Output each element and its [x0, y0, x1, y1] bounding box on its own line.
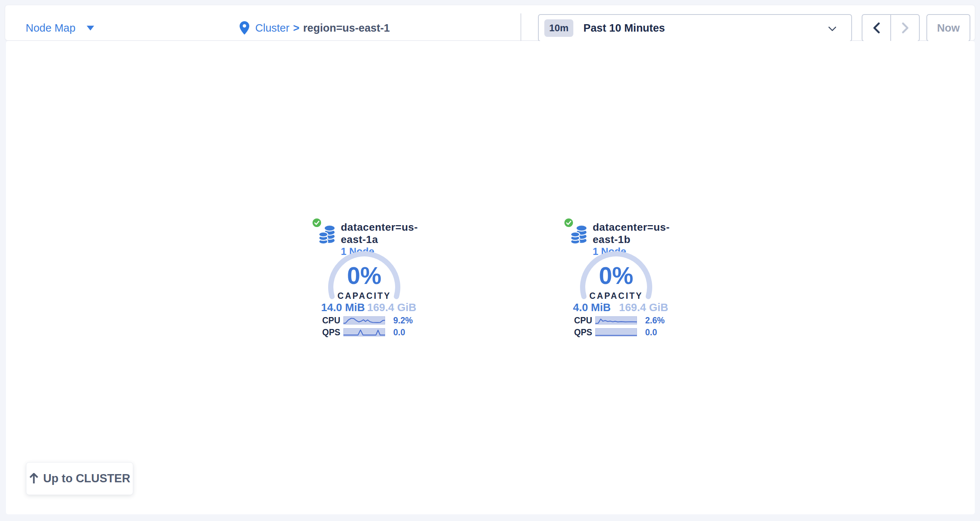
qps-label: QPS — [573, 328, 594, 338]
chevron-left-icon — [873, 22, 880, 33]
breadcrumb-current-locality: region=us-east-1 — [303, 22, 390, 34]
view-selector-dropdown[interactable]: Node Map — [25, 10, 94, 46]
capacity-label: CAPACITY — [579, 291, 653, 301]
qps-label: QPS — [321, 328, 342, 338]
header-divider — [520, 13, 521, 42]
header-bar: Node Map Cluster > region=us-east-1 10m … — [5, 5, 975, 41]
capacity-label: CAPACITY — [327, 291, 401, 301]
node-map-canvas — [6, 41, 975, 514]
capacity-percent: 0% — [579, 262, 653, 290]
time-range-label: Past 10 Minutes — [583, 22, 665, 34]
qps-metric-row: QPS 0.0 — [573, 328, 668, 337]
cpu-label: CPU — [573, 315, 594, 326]
time-next-button[interactable] — [891, 15, 919, 41]
map-pin-icon — [240, 21, 249, 35]
up-to-cluster-button[interactable]: Up to CLUSTER — [26, 462, 133, 495]
qps-metric-row: QPS 0.0 — [321, 328, 416, 337]
cpu-value: 9.2% — [393, 315, 413, 326]
time-range-select[interactable]: 10m Past 10 Minutes — [538, 14, 852, 42]
breadcrumb: Cluster > region=us-east-1 — [240, 10, 390, 46]
capacity-percent: 0% — [327, 262, 401, 290]
capacity-row: 4.0 MiB 169.4 GiB — [573, 301, 668, 314]
locality-card-us-east-1a[interactable]: datacenter=us-east-1a 1 Node 0% CAPACITY… — [312, 217, 423, 342]
up-to-cluster-label: Up to CLUSTER — [43, 472, 130, 485]
time-prev-button[interactable] — [862, 15, 891, 41]
cpu-sparkline — [344, 316, 385, 325]
locality-title: datacenter=us-east-1b — [593, 221, 675, 245]
time-nav-group — [862, 14, 920, 42]
capacity-row: 14.0 MiB 169.4 GiB — [321, 301, 416, 314]
qps-sparkline — [344, 328, 385, 336]
database-stack-icon — [318, 225, 336, 245]
capacity-total: 169.4 GiB — [619, 301, 668, 314]
caret-down-icon — [87, 25, 94, 30]
cpu-sparkline — [595, 316, 637, 325]
capacity-total: 169.4 GiB — [367, 301, 416, 314]
breadcrumb-separator: > — [293, 22, 299, 34]
cpu-value: 2.6% — [645, 315, 665, 326]
view-selector-label: Node Map — [25, 22, 76, 34]
arrow-up-icon — [29, 473, 39, 484]
database-stack-icon — [570, 225, 587, 245]
qps-value: 0.0 — [645, 328, 657, 338]
capacity-used: 4.0 MiB — [573, 301, 611, 314]
cpu-metric-row: CPU 2.6% — [573, 316, 668, 325]
chevron-right-icon — [902, 22, 908, 33]
time-range-badge: 10m — [544, 19, 573, 37]
capacity-used: 14.0 MiB — [321, 301, 365, 314]
now-button[interactable]: Now — [926, 14, 970, 42]
cpu-label: CPU — [321, 315, 342, 326]
locality-title: datacenter=us-east-1a — [341, 221, 423, 245]
breadcrumb-cluster-link[interactable]: Cluster — [255, 22, 290, 34]
qps-sparkline — [595, 328, 637, 336]
qps-value: 0.0 — [393, 328, 405, 338]
chevron-down-icon — [828, 26, 836, 31]
locality-card-us-east-1b[interactable]: datacenter=us-east-1b 1 Node 0% CAPACITY… — [564, 217, 675, 342]
cpu-metric-row: CPU 9.2% — [321, 316, 416, 325]
